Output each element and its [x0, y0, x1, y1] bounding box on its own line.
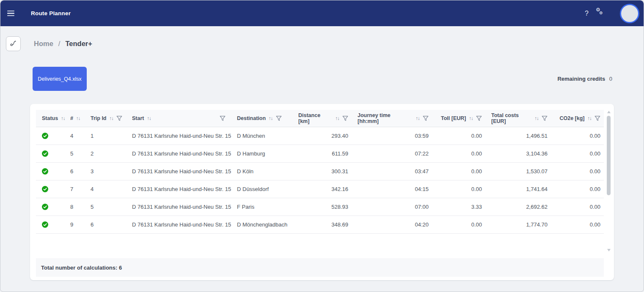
filter-icon[interactable] — [542, 115, 548, 121]
services-gears-icon[interactable]: ⚙ ⚙ — [592, 6, 609, 21]
breadcrumb-current-page: Tender+ — [65, 40, 92, 48]
table-row[interactable]: 9 6 D 76131 Karlsruhe Haid-und-Neu Str. … — [36, 216, 604, 234]
column-header-toll[interactable]: Toll [EUR] ↑↓ — [432, 110, 485, 127]
remaining-credits: Remaining credits 0 — [557, 76, 612, 82]
table-row[interactable]: 6 3 D 76131 Karlsruhe Haid-und-Neu Str. … — [36, 163, 604, 180]
route-planner-shortcut-button[interactable] — [6, 36, 21, 51]
table-row[interactable]: 7 4 D 76131 Karlsruhe Haid-und-Neu Str. … — [36, 180, 604, 198]
filter-icon[interactable] — [220, 115, 226, 121]
cell-number: 8 — [64, 204, 85, 210]
table-body: 4 1 D 76131 Karlsruhe Haid-und-Neu Str. … — [36, 127, 604, 258]
table-row[interactable]: 5 2 D 76131 Karlsruhe Haid-und-Neu Str. … — [36, 145, 604, 163]
sort-icon: ↑↓ — [469, 116, 473, 121]
user-avatar[interactable] — [620, 4, 639, 23]
remaining-credits-value: 0 — [609, 76, 612, 82]
column-label: Toll [EUR] — [441, 115, 466, 121]
scrollbar-down-arrow-icon[interactable] — [607, 249, 611, 251]
column-header-status[interactable]: Status ↑↓ — [36, 110, 64, 127]
cell-co2e: 0.00 — [551, 133, 604, 139]
sort-icon: ↑↓ — [76, 116, 80, 121]
filter-icon[interactable] — [342, 115, 348, 121]
cell-distance: 348.69 — [292, 221, 352, 228]
sort-icon: ↑↓ — [416, 116, 420, 121]
cell-destination: D Hamburg — [231, 150, 292, 157]
column-label: Destination — [237, 115, 266, 121]
total-calculations-label: Total number of calculations: — [41, 265, 117, 271]
cell-distance: 342.16 — [292, 186, 352, 192]
cell-total-costs: 3,104.36 — [485, 150, 551, 157]
column-label: Trip Id — [91, 115, 107, 121]
cell-start: D 76131 Karlsruhe Haid-und-Neu Str. 15 — [126, 150, 231, 157]
status-cell — [36, 204, 64, 210]
table-footer: Total number of calculations: 6 — [36, 258, 604, 277]
status-cell — [36, 150, 64, 157]
menu-hamburger-icon[interactable] — [7, 7, 21, 20]
cell-toll: 3.33 — [432, 204, 485, 210]
cell-start: D 76131 Karlsruhe Haid-und-Neu Str. 15 — [126, 186, 231, 192]
cell-toll: 0.00 — [432, 133, 485, 139]
cell-trip-id: 1 — [85, 133, 126, 139]
cell-journey-time: 04:20 — [352, 221, 432, 228]
table-header-row: Status ↑↓ # ↑↓ Trip Id ↑↓ Start ↑↓ Desti… — [36, 110, 604, 127]
scrollbar-up-arrow-icon[interactable] — [607, 111, 611, 113]
column-header-start[interactable]: Start ↑↓ — [126, 110, 231, 127]
breadcrumb-row: Home / Tender+ — [6, 36, 644, 51]
cell-number: 6 — [64, 168, 85, 175]
cell-distance: 293.40 — [292, 133, 352, 139]
success-check-icon — [42, 221, 48, 228]
filter-icon[interactable] — [594, 115, 600, 121]
cell-journey-time: 07:22 — [352, 150, 432, 157]
column-header-total-costs[interactable]: Total costs [EUR] ↑↓ — [485, 110, 551, 127]
breadcrumb-home-link[interactable]: Home — [34, 40, 53, 48]
column-label: Total costs [EUR] — [491, 112, 532, 124]
cell-distance: 528.93 — [292, 204, 352, 210]
total-calculations-value: 6 — [119, 265, 122, 271]
success-check-icon — [42, 133, 48, 139]
cell-destination: D Köln — [231, 168, 292, 175]
column-label: Journey time [hh:mm] — [358, 112, 413, 124]
sort-icon: ↑↓ — [110, 116, 114, 121]
filter-icon[interactable] — [276, 115, 282, 121]
column-header-distance[interactable]: Distance [km] ↑↓ — [292, 110, 352, 127]
sort-icon: ↑↓ — [147, 116, 151, 121]
help-icon[interactable]: ? — [581, 8, 592, 19]
route-waypoints-icon — [10, 39, 17, 48]
cell-destination: D München — [231, 133, 292, 139]
cell-journey-time: 03:59 — [352, 133, 432, 139]
cell-toll: 0.00 — [432, 168, 485, 175]
column-header-journey-time[interactable]: Journey time [hh:mm] ↑↓ — [352, 110, 432, 127]
success-check-icon — [42, 186, 48, 192]
cell-journey-time: 03:47 — [352, 168, 432, 175]
cell-trip-id: 4 — [85, 186, 126, 192]
table-row[interactable]: 4 1 D 76131 Karlsruhe Haid-und-Neu Str. … — [36, 127, 604, 145]
uploaded-file-button[interactable]: Deliveries_Q4.xlsx — [33, 67, 87, 91]
breadcrumb-separator: / — [58, 40, 61, 48]
cell-co2e: 0.00 — [551, 186, 604, 192]
table-row[interactable]: 8 5 D 76131 Karlsruhe Haid-und-Neu Str. … — [36, 198, 604, 216]
cell-total-costs: 1,774.70 — [485, 221, 551, 228]
status-cell — [36, 133, 64, 139]
status-cell — [36, 186, 64, 192]
column-header-number[interactable]: # ↑↓ — [64, 110, 85, 127]
filter-icon[interactable] — [116, 115, 122, 121]
cell-start: D 76131 Karlsruhe Haid-und-Neu Str. 15 — [126, 133, 231, 139]
column-label: Start — [132, 115, 144, 121]
sort-icon: ↑↓ — [269, 116, 273, 121]
column-header-co2e[interactable]: CO2e [kg] ↑↓ — [551, 110, 604, 127]
cell-start: D 76131 Karlsruhe Haid-und-Neu Str. 15 — [126, 204, 231, 210]
cell-trip-id: 2 — [85, 150, 126, 157]
column-label: # — [70, 115, 73, 121]
status-cell — [36, 168, 64, 175]
column-header-trip-id[interactable]: Trip Id ↑↓ — [85, 110, 126, 127]
column-label: Distance [km] — [298, 112, 333, 124]
sort-icon: ↑↓ — [588, 116, 592, 121]
cell-destination: F Paris — [231, 204, 292, 210]
column-header-destination[interactable]: Destination ↑↓ — [231, 110, 292, 127]
cell-destination: D Düsseldorf — [231, 186, 292, 192]
cell-trip-id: 5 — [85, 204, 126, 210]
cell-distance: 611.59 — [292, 150, 352, 157]
cell-toll: 0.00 — [432, 221, 485, 228]
scrollbar-thumb[interactable] — [607, 116, 611, 195]
filter-icon[interactable] — [476, 115, 482, 121]
filter-icon[interactable] — [423, 115, 429, 121]
